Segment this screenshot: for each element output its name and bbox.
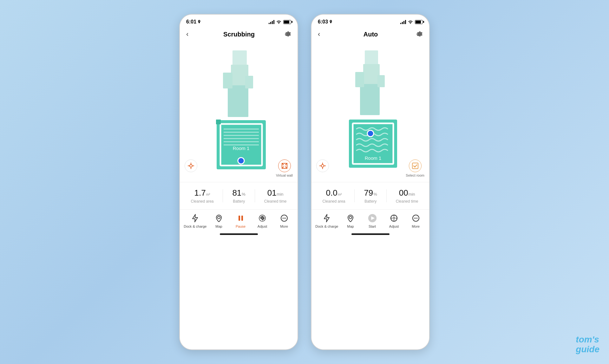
more-button-2[interactable]: More [406,213,425,228]
phones-container: 6:01 ‹ Scrubbing [179,14,430,350]
status-bar-1: 6:01 [180,15,298,27]
locate-icon-2 [319,162,326,169]
pause-label-1: Pause [236,224,246,228]
dock-charge-label-1: Dock & charge [184,224,206,228]
adjust-label-2: Adjust [389,224,399,228]
svg-rect-37 [355,72,364,87]
svg-rect-0 [232,50,247,66]
nav-bar-2: ‹ Auto [311,27,429,42]
map-area-1: Room 1 [180,42,298,349]
signal-icon-2 [400,20,406,24]
svg-point-53 [393,217,395,219]
more-label-2: More [412,224,420,228]
svg-rect-28 [241,216,243,221]
svg-rect-3 [223,73,232,88]
svg-rect-35 [363,64,380,86]
start-label-2: Start [369,224,376,228]
map-icon-2 [347,214,354,222]
battery-icon-1 [283,20,291,24]
adjust-icon-1 [259,214,266,222]
adjust-button-2[interactable]: Adjust [384,213,403,228]
svg-point-33 [285,218,286,219]
svg-rect-38 [377,75,385,87]
svg-point-26 [218,216,220,219]
status-icons-1 [269,20,291,24]
svg-point-31 [282,218,283,219]
svg-rect-4 [245,76,253,88]
settings-icon-2[interactable] [414,30,423,39]
adjust-label-1: Adjust [258,224,267,228]
svg-rect-48 [412,163,418,169]
svg-rect-36 [360,84,380,115]
locate-icon-1 [187,162,194,169]
signal-icon-1 [269,20,274,24]
settings-icon-1[interactable] [282,30,291,39]
phone-scrubbing: 6:01 ‹ Scrubbing [179,14,298,350]
back-button-1[interactable]: ‹ [186,30,196,38]
map-overlay-1: Virtual wall [180,159,298,177]
svg-rect-2 [228,85,248,117]
stats-section-2: 0.0 m² Cleaned area 79 % Battery 0 [311,182,429,209]
more-icon-1 [280,214,288,222]
phone-auto: 6:03 ‹ Auto [311,14,430,350]
map-button-2[interactable]: Map [341,213,360,228]
dock-charge-icon-1 [191,214,199,223]
locate-button-2[interactable] [316,159,329,177]
wifi-icon-1 [276,20,281,24]
select-room-icon-2 [412,162,419,169]
start-button-2[interactable]: Start [363,213,382,228]
page-title-1: Scrubbing [223,31,255,38]
svg-point-43 [321,165,324,167]
dock-charge-button-1[interactable]: Dock & charge [184,213,206,228]
back-button-2[interactable]: ‹ [318,30,327,38]
map-canvas-2: Room 1 [311,42,429,182]
page-title-2: Auto [363,31,378,38]
nav-bar-1: ‹ Scrubbing [180,27,298,42]
map-button-1[interactable]: Map [209,213,228,228]
toolbar-1: Dock & charge Map [180,209,298,231]
status-time-1: 6:01 [186,19,201,25]
virtual-wall-label-1: Virtual wall [276,173,293,177]
svg-point-16 [190,165,192,167]
svg-rect-34 [365,50,378,66]
adjust-button-1[interactable]: Adjust [253,213,272,228]
status-icons-2 [400,20,423,24]
virtual-wall-button-1[interactable]: Virtual wall [276,159,293,177]
select-room-label-2: Select room [406,173,424,177]
status-time-2: 6:03 [318,19,332,25]
wifi-icon-2 [408,20,413,24]
svg-point-59 [414,218,415,219]
map-canvas-1: Room 1 [180,42,298,182]
map-area-2: Room 1 [311,42,429,349]
cleaned-area-stat-2: 0.0 m² Cleaned area [322,188,345,204]
more-label-1: More [280,224,288,228]
map-label-1: Map [215,224,222,228]
dock-charge-button-2[interactable]: Dock & charge [315,213,338,228]
svg-point-60 [415,218,416,219]
start-icon-2 [368,213,377,223]
toolbar-2: Dock & charge Map [311,209,429,231]
svg-point-61 [416,218,417,219]
pause-icon-1 [237,214,245,222]
status-bar-2: 6:03 [311,15,429,27]
map-overlay-2: Select room [311,159,429,177]
home-indicator-2 [311,231,429,239]
svg-point-29 [262,218,263,219]
more-button-1[interactable]: More [275,213,294,228]
pause-button-1[interactable]: Pause [231,213,250,228]
home-bar-2 [351,233,390,235]
select-room-button-2[interactable]: Select room [406,159,424,177]
svg-point-32 [284,218,285,219]
more-icon-2 [412,214,420,222]
cleaned-time-stat-2: 00 min Cleaned time [396,188,418,204]
battery-stat-1: 81 % Battery [232,188,245,204]
home-bar-1 [220,233,258,235]
battery-icon-2 [415,20,423,24]
stats-section-1: 1.7 m² Cleaned area 81 % Battery 0 [180,182,298,209]
locate-button-1[interactable] [185,159,197,177]
svg-text:Room 1: Room 1 [232,146,249,151]
svg-point-49 [349,216,352,219]
location-icon-2 [329,20,332,24]
virtual-wall-icon-1 [281,162,288,169]
location-icon-1 [198,20,201,24]
